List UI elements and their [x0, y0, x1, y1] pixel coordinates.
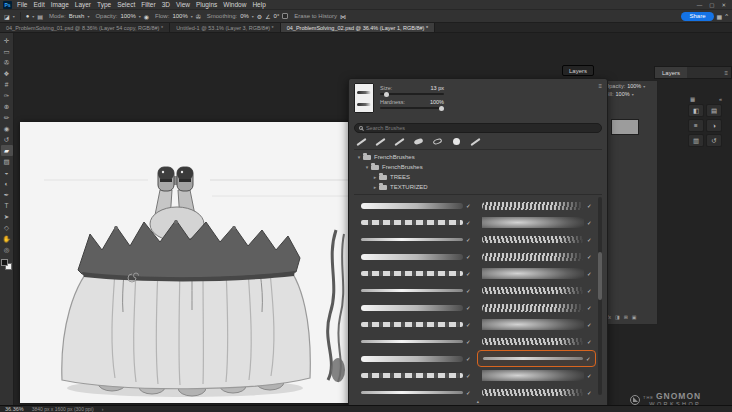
brush-preset-21[interactable]: ✓ [356, 367, 475, 384]
brush-angle-icon[interactable]: ∠ [265, 13, 270, 20]
properties-panel-icon[interactable]: ≡ [688, 119, 704, 132]
brush-preset-12[interactable]: ✓ [477, 282, 596, 299]
foreground-color-swatch[interactable] [1, 259, 8, 266]
brush-preset-24[interactable]: ✓ [477, 384, 596, 397]
chevron-down-icon[interactable]: ▾ [356, 154, 362, 160]
menu-filter[interactable]: Filter [141, 0, 155, 10]
brush-preset-23[interactable]: ✓ [356, 384, 475, 397]
brush-preset-3[interactable]: ✓ [356, 214, 475, 231]
brush-preset-7[interactable]: ✓ [356, 248, 475, 265]
menu-select[interactable]: Select [117, 0, 135, 10]
brush-preset-19[interactable]: ✓ [356, 350, 475, 367]
marquee-tool[interactable]: ▭ [1, 46, 13, 57]
menu-file[interactable]: File [17, 0, 27, 10]
artboard[interactable] [20, 122, 360, 403]
brush-preset-5[interactable]: ✓ [356, 231, 475, 248]
brush-angle-value[interactable]: 0° [274, 13, 280, 19]
brush-preset-8[interactable]: ✓ [477, 248, 596, 265]
brush-preset-picker-icon[interactable]: ● [26, 13, 30, 19]
close-button[interactable]: ✕ [721, 0, 726, 10]
layers-drag-label[interactable]: Layers [562, 65, 594, 76]
document-tab-1[interactable]: 04_ProblemSolving_01.psd @ 8.36% (Layer … [0, 23, 170, 32]
brush-preset-4[interactable]: ✓ [477, 214, 596, 231]
brush-preset-16[interactable]: ✓ [477, 316, 596, 333]
scrollbar-thumb[interactable] [598, 252, 602, 300]
chevron-down-icon[interactable]: ▾ [364, 164, 370, 170]
zoom-level-field[interactable]: 36.36% [5, 406, 24, 412]
shape-tool[interactable]: ◇ [1, 222, 13, 233]
brush-preset-14[interactable]: ✓ [477, 299, 596, 316]
move-tool[interactable]: ✛ [1, 35, 13, 46]
menu-plugins[interactable]: Plugins [196, 0, 217, 10]
brush-preset-20[interactable]: ✓ [477, 350, 596, 367]
eyedropper-tool[interactable]: ✑ [1, 90, 13, 101]
document-tab-3[interactable]: 04_ProblemSolving_02.psd @ 36.4% (Layer … [281, 23, 435, 32]
size-slider[interactable] [380, 93, 444, 95]
smoothing-value[interactable]: 0% [240, 13, 249, 19]
brush-preset-2[interactable]: ✓ [477, 197, 596, 214]
search-brushes-input[interactable] [366, 125, 598, 131]
foreground-background-swatches[interactable] [1, 259, 12, 270]
menu-edit[interactable]: Edit [33, 0, 44, 10]
circle-brush-tip[interactable] [449, 136, 464, 147]
brush-preset-17[interactable]: ✓ [356, 333, 475, 350]
menu-layer[interactable]: Layer [75, 0, 91, 10]
chevron-right-icon[interactable]: ▸ [372, 174, 378, 180]
line-brush-tip[interactable] [392, 136, 407, 147]
menu-image[interactable]: Image [51, 0, 69, 10]
brush-preset-1[interactable]: ✓ [356, 197, 475, 214]
panel-menu-icon[interactable]: ≡ [724, 67, 731, 78]
brush-preset-6[interactable]: ✓ [477, 231, 596, 248]
document-tab-2[interactable]: Untitled-1 @ 53.1% (Layer 3, RGB/8#) * [170, 23, 281, 32]
clone-stamp-tool[interactable]: ◉ [1, 123, 13, 134]
crop-tool[interactable]: # [1, 79, 13, 90]
status-menu-icon[interactable]: › [102, 406, 104, 412]
gradient-tool[interactable]: ▨ [1, 156, 13, 167]
new-layer-icon[interactable]: ⊞ [624, 314, 628, 320]
brush-preset-18[interactable]: ✓ [477, 333, 596, 350]
line-brush-tip[interactable] [373, 136, 388, 147]
hand-tool[interactable]: ✋ [1, 233, 13, 244]
fill-value[interactable]: 100% [616, 91, 630, 97]
menu-3d[interactable]: 3D [162, 0, 170, 10]
opacity-value[interactable]: 100% [120, 13, 135, 19]
brush-folder-trees[interactable]: ▸TREES [354, 172, 602, 182]
brushes-panel-menu-icon[interactable]: ≡ [598, 83, 602, 121]
lasso-tool[interactable]: ✇ [1, 57, 13, 68]
minimize-button[interactable]: — [697, 0, 703, 10]
workspace-icon[interactable]: ▦ [690, 96, 695, 102]
brush-preset-11[interactable]: ✓ [356, 282, 475, 299]
eraser-tool-preset-icon[interactable]: ◪ [4, 13, 10, 20]
zoom-tool[interactable]: ◎ [1, 244, 13, 255]
brush-preset-9[interactable]: ✓ [356, 265, 475, 282]
brush-preset-10[interactable]: ✓ [477, 265, 596, 282]
menu-view[interactable]: View [176, 0, 190, 10]
flow-value[interactable]: 100% [172, 13, 187, 19]
healing-brush-tool[interactable]: ⊕ [1, 101, 13, 112]
brush-settings-panel-icon[interactable]: ▤ [37, 13, 43, 20]
adjustments-panel-icon[interactable]: ◑ [706, 119, 722, 132]
ellipse-filled-brush-tip[interactable] [411, 136, 426, 147]
chevron-right-icon[interactable]: ▸ [372, 184, 378, 190]
line-brush-tip[interactable] [468, 136, 483, 147]
collapse-options-icon[interactable]: ^ [725, 13, 728, 19]
menu-help[interactable]: Help [252, 0, 265, 10]
workspace-grid-icon[interactable]: ▦ [717, 13, 723, 20]
quick-selection-tool[interactable]: ❖ [1, 68, 13, 79]
share-button[interactable]: Share [681, 12, 713, 21]
history-brush-tool[interactable]: ↺ [1, 134, 13, 145]
layer-mask-icon[interactable]: ◨ [615, 314, 620, 320]
smoothing-gear-icon[interactable]: ⚙ [257, 13, 262, 20]
libraries-panel-icon[interactable]: ▥ [688, 134, 704, 147]
menu-window[interactable]: Window [223, 0, 246, 10]
opacity-value[interactable]: 100% [627, 83, 641, 89]
color-panel-icon[interactable]: ◧ [688, 104, 704, 117]
path-selection-tool[interactable]: ➤ [1, 211, 13, 222]
size-value[interactable]: 13 px [431, 85, 444, 91]
brush-preset-13[interactable]: ✓ [356, 299, 475, 316]
brush-preset-15[interactable]: ✓ [356, 316, 475, 333]
mode-select[interactable]: Brush [69, 13, 85, 19]
delete-layer-icon[interactable]: ▣ [632, 314, 637, 320]
symmetry-icon[interactable]: ⋈ [340, 13, 346, 20]
pressure-opacity-icon[interactable]: ◉ [144, 13, 149, 20]
